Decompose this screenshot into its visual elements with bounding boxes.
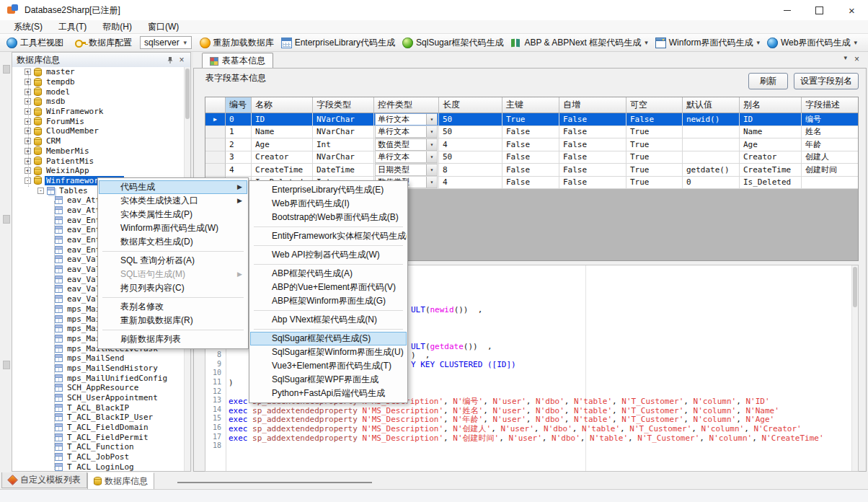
grid-cell[interactable]: 编号 — [802, 113, 859, 126]
tree-node-table[interactable]: T_ACL_FieldDomain — [12, 423, 190, 433]
menubar-item[interactable]: 窗口(W) — [140, 20, 187, 34]
tree-node-database[interactable]: +PatientMis — [12, 156, 190, 166]
grid-cell[interactable]: 2 — [226, 138, 252, 151]
grid-cell[interactable]: 单行文本▾ — [374, 151, 439, 164]
tree-node-table[interactable]: mps_MailSend — [12, 353, 190, 364]
tree-node-table[interactable]: T_ACL_BlackIP_User — [12, 413, 190, 423]
grid-cell[interactable] — [683, 126, 740, 139]
grid-cell[interactable]: False — [626, 113, 683, 126]
combo-arrow-icon[interactable]: ▾ — [426, 126, 437, 137]
code-gen-submenu-item[interactable]: ABP的Vue+Element界面代码(V) — [250, 281, 407, 294]
context-menu-item[interactable]: 数据库文档生成(D) — [99, 235, 247, 249]
grid-cell[interactable]: False — [559, 164, 626, 177]
tab-table-basic-info[interactable]: 表基本信息 — [202, 53, 273, 69]
grid-cell[interactable]: False — [502, 151, 559, 164]
context-menu-item[interactable]: 重新加载数据库(R) — [99, 314, 247, 327]
tab-close-icon[interactable]: × — [854, 54, 859, 64]
toolbar-button-entlib-grid[interactable]: EnterpriseLibrary代码生成 — [278, 35, 399, 50]
context-menu-item[interactable]: 实体类生成快速入口▶ — [99, 194, 247, 208]
grid-cell[interactable]: True — [626, 126, 683, 139]
tree-node-table[interactable]: mps_MailSendHistory — [12, 364, 190, 374]
toolbar-button-web-globe[interactable]: Web界面代码生成▾ — [763, 35, 861, 50]
autohide-tab[interactable] — [3, 65, 10, 74]
context-menu-item[interactable]: 代码生成▶ — [99, 180, 247, 194]
combo-arrow-icon[interactable]: ▾ — [426, 114, 437, 125]
row-selector-cell[interactable] — [205, 138, 226, 151]
grid-cell[interactable]: False — [559, 151, 626, 164]
grid-cell[interactable]: Int — [313, 138, 374, 151]
code-gen-submenu-item[interactable]: Bootstrap的Web界面代码生成(B) — [250, 211, 407, 224]
context-menu-item[interactable]: 表别名修改 — [99, 300, 247, 314]
tree-node-table[interactable]: SCH_AppResource — [12, 383, 190, 393]
grid-cell[interactable]: getdate() — [683, 164, 740, 177]
grid-cell[interactable]: Age — [740, 138, 802, 151]
tree-node-database[interactable]: +master — [12, 67, 190, 77]
grid-cell[interactable]: 4 — [439, 138, 502, 151]
row-selector-cell[interactable] — [205, 151, 226, 164]
tree-node-table[interactable]: mps_MailUnifiedConfig — [12, 373, 190, 383]
toolbar-button-globe[interactable]: 工具栏视图 — [3, 35, 67, 50]
grid-cell[interactable]: True — [626, 164, 683, 177]
grid-cell[interactable]: Creator — [740, 151, 802, 164]
toolbar-button-sqlsugar[interactable]: SqlSugar框架代码生成 — [399, 35, 507, 50]
grid-column-header[interactable]: 默认值 — [683, 97, 740, 113]
grid-cell[interactable]: 单行文本▾ — [374, 126, 439, 139]
context-menu-item[interactable]: SQL语句生成(M)▶ — [99, 268, 247, 281]
code-gen-submenu-item[interactable]: SqlSugar框架WPF界面生成 — [250, 373, 407, 387]
control-type-combo[interactable]: 单行文本▾ — [375, 113, 438, 126]
grid-cell[interactable]: Is_Deleted — [740, 177, 802, 190]
tree-scrollbar-thumb[interactable] — [185, 69, 190, 119]
grid-cell[interactable]: False — [559, 138, 626, 151]
maximize-button[interactable] — [803, 0, 836, 20]
grid-cell[interactable]: ID — [740, 113, 802, 126]
grid-cell[interactable] — [683, 151, 740, 164]
code-gen-submenu-item[interactable]: EntityFramework实体框架代码生成(F) — [250, 229, 407, 243]
toolbar-button-exit[interactable]: 退出 — [865, 35, 868, 50]
grid-cell[interactable]: 日期类型▾ — [374, 164, 439, 177]
menubar-item[interactable]: 系统(S) — [6, 20, 50, 34]
grid-cell[interactable]: True — [626, 151, 683, 164]
grid-cell[interactable]: NVarChar — [313, 151, 374, 164]
editor-scrollbar[interactable] — [851, 265, 858, 471]
grid-cell[interactable]: False — [559, 113, 626, 126]
autohide-dock-strip[interactable] — [0, 52, 12, 472]
tree-node-database[interactable]: +tempdb — [12, 77, 190, 87]
context-menu-item[interactable]: 实体类属性生成(P) — [99, 208, 247, 221]
grid-cell[interactable]: CreateTime — [740, 164, 802, 177]
dock-close-icon[interactable]: × — [176, 54, 187, 66]
code-gen-submenu-item[interactable]: EnterpriseLibrary代码生成(E) — [250, 183, 407, 197]
collapse-icon[interactable]: - — [37, 188, 44, 194]
context-menu-item[interactable]: 刷新数据库列表 — [99, 333, 247, 346]
grid-cell[interactable]: 3 — [226, 151, 252, 164]
grid-column-header[interactable]: 自增 — [559, 97, 626, 113]
left-panel-tab-inactive[interactable]: 自定义模板列表 — [1, 472, 87, 488]
grid-cell[interactable]: DateTime — [313, 164, 374, 177]
grid-cell[interactable]: 4 — [226, 164, 252, 177]
grid-cell[interactable]: CreateTime — [252, 164, 313, 177]
grid-cell[interactable]: True — [626, 138, 683, 151]
grid-cell[interactable]: 创建人 — [802, 151, 859, 164]
code-gen-submenu-item[interactable]: Web API控制器代码生成(W) — [250, 248, 407, 262]
autohide-tab[interactable] — [3, 215, 10, 224]
context-menu-item[interactable]: Winform界面代码生成(W) — [99, 221, 247, 235]
tree-node-table[interactable]: T_ACL_FieldPermit — [12, 432, 190, 442]
grid-column-header[interactable]: 可空 — [626, 97, 683, 113]
minimize-button[interactable] — [771, 0, 803, 20]
grid-column-header[interactable]: 别名 — [740, 97, 802, 113]
grid-column-header[interactable]: 名称 — [252, 97, 313, 113]
control-type-combo[interactable]: 单行文本▾ — [375, 126, 438, 138]
current-row-arrow-icon[interactable]: ▶ — [205, 113, 226, 126]
grid-column-header[interactable]: 字段类型 — [313, 97, 374, 113]
grid-column-header[interactable]: 控件类型 — [374, 97, 439, 113]
grid-cell[interactable]: Age — [252, 138, 313, 151]
grid-column-header[interactable]: 主键 — [502, 97, 559, 113]
grid-cell[interactable]: 0 — [226, 113, 252, 126]
tree-node-database[interactable]: +ForumMis — [12, 116, 190, 126]
resize-gripper-line[interactable] — [177, 482, 372, 483]
grid-cell[interactable]: 50 — [439, 126, 502, 139]
grid-cell[interactable]: NVarChar — [313, 113, 374, 126]
left-panel-tab-active[interactable]: 数据库信息 — [87, 472, 154, 490]
tree-node-database[interactable]: +model — [12, 87, 190, 97]
code-gen-submenu-item[interactable]: Abp VNext框架代码生成(N) — [250, 313, 407, 327]
grid-cell[interactable]: Name — [252, 126, 313, 139]
